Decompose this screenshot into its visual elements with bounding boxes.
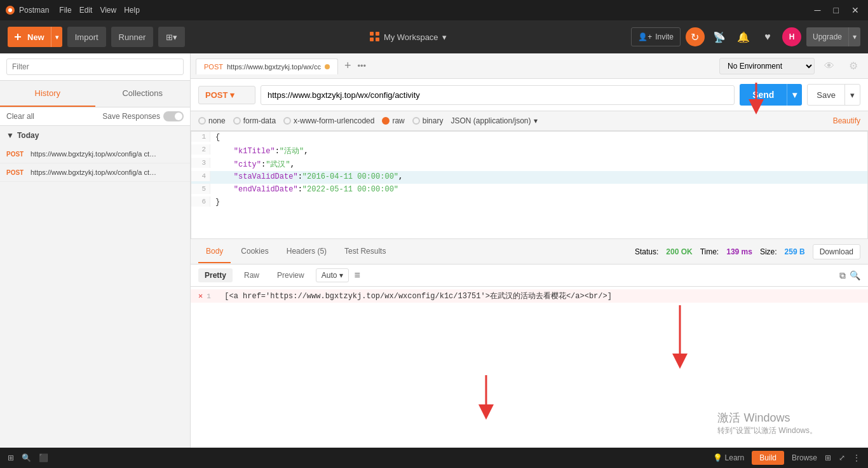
eye-button[interactable]: 👁 [820,57,839,76]
response-tab-cookies[interactable]: Cookies [233,240,276,263]
workspace-center: My Workspace ▾ [190,32,626,42]
time-label: Time: [700,247,719,256]
format-pretty-button[interactable]: Pretty [198,268,233,282]
heart-button[interactable]: ♥ [758,27,777,46]
beautify-button[interactable]: Beautify [833,116,860,125]
response-body: ✕ 1 [<a href='https://www.bgxtzykj.top/w… [191,287,868,448]
upgrade-button[interactable]: Upgrade ▾ [806,27,860,46]
resize-button[interactable]: ⤢ [839,453,845,462]
layout-button[interactable]: ⊞▾ [158,27,185,47]
download-button[interactable]: Download [813,244,860,259]
titlebar: Postman File Edit View Help ─ □ ✕ [0,0,868,20]
wrap-button[interactable]: ≡ [354,270,360,281]
bottom-console-button[interactable]: ⬛ [39,453,48,462]
workspace-button[interactable]: My Workspace ▾ [370,32,447,42]
invite-button[interactable]: 👤+ Invite [631,27,681,46]
body-type-form-data[interactable]: form-data [233,116,276,125]
save-responses-toggle[interactable] [163,111,184,121]
bottom-find-button[interactable]: 🔍 [22,453,31,462]
environment-select[interactable]: No Environment [719,58,815,74]
response-tab-headers[interactable]: Headers (5) [279,240,334,263]
new-button-label[interactable]: New [8,32,51,42]
auto-dropdown-icon: ▾ [339,271,343,280]
format-raw-button[interactable]: Raw [238,268,266,282]
search-response-button[interactable]: 🔍 [850,270,860,281]
content-type-select[interactable]: JSON (application/json) ▾ [451,116,537,125]
new-button[interactable]: New ▾ [8,27,62,47]
response-status-area: Status: 200 OK Time: 139 ms Size: 259 B … [635,244,860,259]
more-bottom-button[interactable]: ⋮ [853,453,860,462]
close-button[interactable]: ✕ [848,5,863,15]
menu-help[interactable]: Help [124,6,140,15]
send-dropdown-icon[interactable]: ▾ [787,84,802,106]
add-tab-button[interactable]: + [341,59,355,72]
minimize-button[interactable]: ─ [811,5,825,15]
build-tab-button[interactable]: Build [752,451,784,465]
workspace-grid-icon [370,32,380,42]
list-item[interactable]: POST https://www.bgxtzykj.top/wx/config/… [0,145,190,163]
sidebar: History Collections Clear all Save Respo… [0,53,191,448]
sync-button[interactable]: ↻ [686,27,705,46]
code-line-5: 5 "endValidDate":"2022-05-11 00:00:00" [191,184,867,196]
more-tabs-button[interactable]: ••• [357,61,366,71]
auto-label: Auto [322,271,337,280]
app-icon [5,5,15,15]
tab-collections[interactable]: Collections [95,81,191,107]
search-input[interactable] [6,59,184,75]
status-label: Status: [635,247,658,256]
auto-format-select[interactable]: Auto ▾ [316,268,349,282]
line-number-3: 3 [191,158,210,168]
browse-tab-button[interactable]: Browse [792,453,817,462]
line-number-4: 4 [191,171,210,181]
radio-raw-dot [382,117,390,125]
notifications-button[interactable]: 🔔 [734,27,753,46]
upgrade-arrow-icon: ▾ [848,27,860,46]
line-number-2: 2 [191,144,210,155]
menu-file[interactable]: File [59,6,71,15]
method-select[interactable]: POST ▾ [198,86,255,104]
response-format-bar: Pretty Raw Preview Auto ▾ ≡ ⧉ 🔍 [191,265,868,287]
method-label: POST [205,90,227,100]
save-dropdown-icon[interactable]: ▾ [844,85,860,105]
body-type-binary[interactable]: binary [412,116,444,125]
format-preview-button[interactable]: Preview [271,268,311,282]
clear-all-button[interactable]: Clear all [6,112,34,121]
response-tabs-bar: Body Cookies Headers (5) Test Results St… [191,239,868,265]
request-tab-active[interactable]: POST https://www.bgxtzykj.top/wx/cc [196,59,338,74]
copy-response-button[interactable]: ⧉ [839,270,846,281]
settings-button[interactable]: ⚙ [844,57,863,76]
radio-none-dot [198,117,206,125]
line-number-1: 1 [191,132,210,142]
url-input[interactable] [261,85,735,105]
response-tab-test-results[interactable]: Test Results [337,240,393,263]
history-section: ▼ Today POST https://www.bgxtzykj.top/wx… [0,126,190,448]
save-button[interactable]: Save ▾ [807,84,860,106]
bottom-layout-button[interactable]: ⊞ [8,453,14,462]
code-line-1: 1 { [191,132,867,144]
new-button-arrow[interactable]: ▾ [51,27,62,47]
tab-history[interactable]: History [0,81,95,107]
method-badge: POST [6,169,25,176]
body-type-raw[interactable]: raw [382,116,404,125]
response-tab-body[interactable]: Body [198,240,231,263]
learn-button[interactable]: 💡 Learn [713,453,744,462]
send-button[interactable]: Send ▾ [740,84,802,106]
menu-view[interactable]: View [100,6,116,15]
url-bar: POST ▾ Send ▾ Save ▾ [191,79,868,111]
tab-modified-dot [325,64,330,69]
body-type-urlencoded[interactable]: x-www-form-urlencoded [283,116,374,125]
request-body-editor[interactable]: 1 { 2 "k1Title":"活动", 3 "city":"武汉", 4 "… [191,131,868,239]
list-item[interactable]: POST https://www.bgxtzykj.top/wx/config/… [0,163,190,182]
runner-button[interactable]: Runner [111,27,154,47]
import-button[interactable]: Import [67,27,106,47]
user-avatar[interactable]: H [782,27,801,46]
request-tabs-bar: POST https://www.bgxtzykj.top/wx/cc + ••… [191,53,868,79]
code-line-2: 2 "k1Title":"活动", [191,144,867,158]
maximize-button[interactable]: □ [830,5,843,15]
body-type-none[interactable]: none [198,116,226,125]
interceptor-button[interactable]: 📡 [710,27,729,46]
svg-rect-3 [15,36,21,38]
menu-edit[interactable]: Edit [79,6,93,15]
sidebar-actions: Clear all Save Responses [0,107,190,126]
boot-agent-button[interactable]: ⊞ [825,453,831,462]
